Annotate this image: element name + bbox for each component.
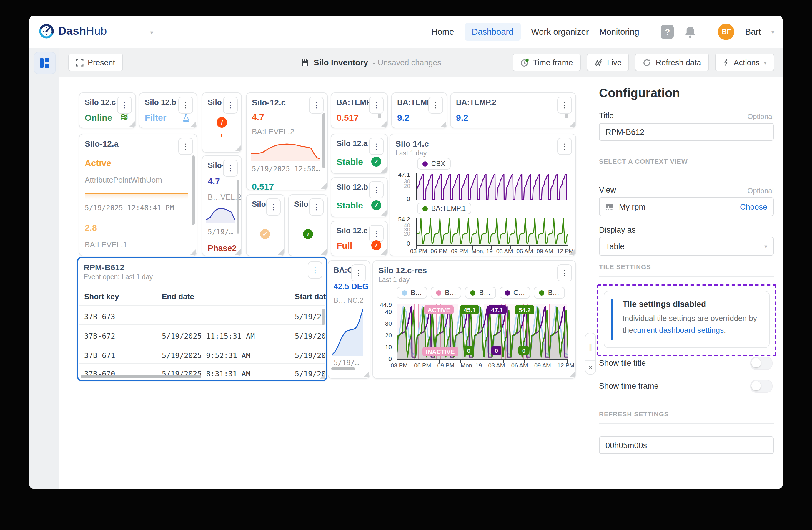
tile-menu-button[interactable]: ⋮: [178, 97, 193, 114]
nav-dashboard[interactable]: Dashboard: [465, 23, 520, 41]
column-header[interactable]: End date: [162, 292, 194, 301]
resize-handle[interactable]: [235, 145, 241, 151]
legend-chip[interactable]: B…: [465, 287, 496, 298]
tile-menu-button[interactable]: ⋮: [557, 97, 572, 114]
tile-menu-button[interactable]: ⋮: [369, 181, 383, 198]
nav-home[interactable]: Home: [431, 27, 454, 37]
legend-cbx[interactable]: CBX: [417, 158, 450, 170]
tile-batemp2-a[interactable]: BA:TEMP.2 ⋮ 9.2: [391, 93, 447, 128]
resize-handle[interactable]: [381, 210, 387, 216]
tile-silo-12c-spark[interactable]: Silo-12.c ⋮ 4.7 BA:LEVEL.2 5/19/2025 12:…: [246, 93, 328, 190]
resize-handle[interactable]: [381, 121, 387, 127]
batemp1-chart: [416, 218, 568, 245]
tile-silo-spark-blue[interactable]: Silo- ⋮ 4.7 B…VEL.2 5/19/… Phase2: [202, 155, 242, 256]
tile-menu-button[interactable]: ⋮: [429, 97, 443, 114]
h-scrollbar-thumb[interactable]: [331, 367, 355, 370]
actions-button[interactable]: Actions ▾: [715, 54, 774, 71]
brand[interactable]: DashHub: [39, 24, 107, 39]
column-header[interactable]: Start date: [295, 292, 327, 301]
tile-silo-12a-detail[interactable]: Silo-12.a ⋮ Active AttributePointWithUom…: [79, 134, 197, 256]
tile-menu-button[interactable]: ⋮: [223, 159, 238, 177]
display-as-select[interactable]: Table ▾: [599, 237, 774, 255]
resize-handle[interactable]: [129, 121, 135, 127]
column-header[interactable]: Short key: [84, 292, 119, 301]
resize-handle[interactable]: [190, 121, 196, 127]
resize-handle[interactable]: [569, 121, 575, 127]
tile-silo-1-check[interactable]: Silo 1 ⋮ ✓: [246, 194, 285, 256]
time-frame-button[interactable]: Time frame: [512, 54, 581, 71]
resize-handle[interactable]: [321, 183, 327, 189]
tile-menu-button[interactable]: ⋮: [369, 225, 383, 242]
nav-monitoring[interactable]: Monitoring: [599, 27, 639, 37]
refresh-interval-input[interactable]: [599, 436, 774, 454]
view-value: My rpm: [619, 202, 646, 211]
panel-resize-grip[interactable]: ∥: [585, 333, 595, 361]
title-label: Title: [599, 111, 614, 120]
legend-chip[interactable]: B…: [396, 287, 427, 298]
avatar[interactable]: BF: [718, 24, 735, 40]
brand-caret-icon[interactable]: ▾: [150, 29, 153, 37]
tile-silo-12b-filter[interactable]: Silo 12.b ⋮ Filter: [139, 93, 197, 128]
tile-silo-12b-stable[interactable]: Silo 12.b ⋮ Stable ✓: [331, 177, 388, 217]
choose-link[interactable]: Choose: [740, 202, 767, 211]
tile-menu-button[interactable]: ⋮: [308, 262, 322, 279]
tile-timestamp[interactable]: 5/19/…: [334, 359, 359, 367]
resize-handle[interactable]: [319, 373, 325, 379]
tile-menu-button[interactable]: ⋮: [369, 138, 383, 155]
tile-menu-button[interactable]: ⋮: [557, 138, 572, 155]
legend-chip[interactable]: B…: [534, 287, 565, 298]
view-picker[interactable]: My rpm Choose: [599, 197, 774, 216]
current-dashboard-settings-link[interactable]: current dashboard settings: [633, 325, 724, 334]
resize-handle[interactable]: [440, 121, 446, 127]
tile-menu-button[interactable]: ⋮: [557, 264, 572, 281]
tile-silo-12c-res-chart[interactable]: Silo 12.c-res Last 1 day ⋮ B… B… B… C… B…: [373, 260, 576, 379]
legend-chip[interactable]: B…: [431, 287, 461, 298]
tile-batemp1[interactable]: BA:TEMP.1 ⋮ 0.517: [331, 93, 388, 128]
tile-silo-12a-stable[interactable]: Silo 12.a ⋮ Stable ✓: [331, 134, 388, 174]
tile-menu-button[interactable]: ⋮: [351, 264, 366, 281]
title-input[interactable]: [599, 123, 774, 141]
present-button[interactable]: Present: [68, 54, 123, 71]
resize-handle[interactable]: [569, 249, 575, 255]
tile-rpm-b612-table[interactable]: RPM-B612 Event open: Last 1 day ⋮ Short …: [77, 257, 327, 381]
nav-work-organizer[interactable]: Work organizer: [531, 27, 589, 37]
legend-batemp1[interactable]: BA:TEMP.1: [417, 203, 471, 214]
resize-handle[interactable]: [381, 249, 387, 255]
tile-batemp2-b[interactable]: BA:TEMP.2 ⋮ 9.2: [450, 93, 576, 128]
user-caret-icon[interactable]: ▾: [771, 29, 774, 35]
show-time-frame-toggle[interactable]: [750, 380, 772, 393]
resize-handle[interactable]: [235, 249, 241, 255]
panel-close-button[interactable]: ×: [585, 361, 595, 374]
tile-silo-1-info[interactable]: Silo 1 ⋮ i: [288, 194, 328, 256]
tile-bac[interactable]: BA:C ⋮ 42.5 DEG B… NC.2 5/19/…: [328, 260, 370, 379]
tile-silo-12c-online[interactable]: Silo 12.c ⋮ Online ≋: [79, 93, 136, 128]
scrollbar-thumb[interactable]: [236, 180, 240, 234]
bell-icon[interactable]: [685, 25, 696, 38]
h-scrollbar-thumb[interactable]: [81, 375, 201, 378]
resize-handle[interactable]: [278, 249, 284, 255]
help-icon[interactable]: ?: [661, 25, 674, 39]
tile-menu-button[interactable]: ⋮: [309, 97, 324, 114]
tile-menu-button[interactable]: ⋮: [309, 198, 324, 215]
tile-silo-12c-full[interactable]: Silo 12.c ⋮ Full ✓: [331, 221, 388, 256]
resize-handle[interactable]: [569, 372, 575, 377]
user-name[interactable]: Bart: [745, 27, 761, 37]
scrollbar-thumb[interactable]: [192, 155, 195, 225]
resize-handle[interactable]: [363, 372, 369, 377]
tile-silo-14c-chart[interactable]: Silo 14.c Last 1 day ⋮ CBX 47.1 30 20 0 …: [390, 134, 576, 256]
resize-handle[interactable]: [381, 167, 387, 172]
show-tile-title-toggle[interactable]: [750, 357, 772, 370]
legend-chip[interactable]: C…: [499, 287, 531, 298]
tile-menu-button[interactable]: ⋮: [178, 138, 193, 155]
resize-handle[interactable]: [321, 249, 327, 255]
scrollbar-thumb[interactable]: [322, 113, 325, 168]
tile-silo-1-alert[interactable]: Silo 1 ⋮ i !: [202, 93, 242, 153]
live-button[interactable]: Live: [586, 54, 629, 71]
dashboard-layout-button[interactable]: [33, 52, 56, 74]
refresh-data-button[interactable]: Refresh data: [635, 54, 709, 71]
scrollbar-thumb[interactable]: [322, 309, 325, 325]
tile-menu-button[interactable]: ⋮: [266, 198, 281, 215]
tile-menu-button[interactable]: ⋮: [223, 97, 238, 114]
resize-handle[interactable]: [190, 249, 196, 255]
tile-menu-button[interactable]: ⋮: [369, 97, 383, 114]
